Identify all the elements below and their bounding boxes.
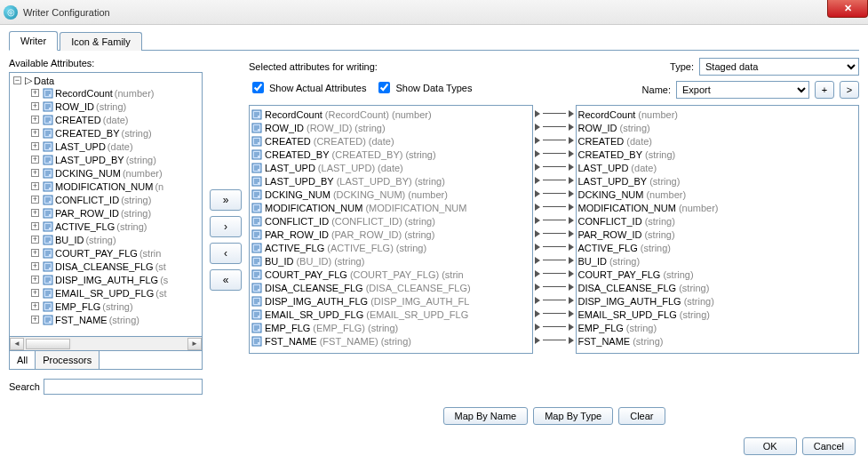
list-item[interactable]: COURT_PAY_FLG (string) bbox=[578, 268, 857, 281]
tree-item[interactable]: +LAST_UPD (date) bbox=[31, 140, 200, 153]
list-item[interactable]: CREATED_BY (CREATED_BY) (string) bbox=[251, 148, 530, 161]
list-item[interactable]: BU_ID (BU_ID) (string) bbox=[251, 254, 530, 268]
search-input[interactable] bbox=[44, 379, 203, 395]
tree-item[interactable]: +CREATED_BY (string) bbox=[31, 126, 200, 140]
list-item[interactable]: MODIFICATION_NUM (MODIFICATION_NUM bbox=[251, 201, 530, 214]
list-item[interactable]: EMP_FLG (EMP_FLG) (string) bbox=[251, 321, 530, 334]
available-tree[interactable]: − ▷ Data +RecordCount (number)+ROW_ID (s… bbox=[9, 72, 203, 337]
list-item[interactable]: CREATED (date) bbox=[578, 134, 857, 148]
list-item[interactable]: LAST_UPD_BY (string) bbox=[578, 174, 857, 188]
tree-item[interactable]: +MODIFICATION_NUM (n bbox=[31, 180, 200, 193]
expand-icon[interactable]: + bbox=[31, 209, 39, 217]
expand-icon[interactable]: + bbox=[31, 89, 39, 97]
tree-root-node[interactable]: − ▷ Data bbox=[13, 75, 200, 86]
list-item[interactable]: PAR_ROW_ID (PAR_ROW_ID) (string) bbox=[251, 228, 530, 241]
show-actual-checkbox[interactable] bbox=[252, 82, 264, 93]
expand-icon[interactable]: + bbox=[31, 142, 39, 150]
tree-item[interactable]: +PAR_ROW_ID (string) bbox=[31, 206, 200, 220]
hscroll-thumb[interactable] bbox=[26, 339, 70, 349]
list-item[interactable]: ROW_ID (ROW_ID) (string) bbox=[251, 121, 530, 134]
cancel-button[interactable]: Cancel bbox=[802, 437, 856, 455]
ok-button[interactable]: OK bbox=[744, 437, 797, 455]
expand-icon[interactable]: + bbox=[31, 222, 39, 230]
list-item[interactable]: PAR_ROW_ID (string) bbox=[578, 228, 857, 241]
list-item[interactable]: CREATED (CREATED) (date) bbox=[251, 134, 530, 148]
tab-icon-family[interactable]: Icon & Family bbox=[60, 32, 142, 51]
tree-item[interactable]: +FST_NAME (string) bbox=[31, 313, 200, 326]
tree-item[interactable]: +DCKING_NUM (number) bbox=[31, 166, 200, 180]
close-button[interactable]: ✕ bbox=[827, 0, 868, 18]
type-select[interactable]: Staged data bbox=[699, 58, 859, 76]
remove-button[interactable]: ‹ bbox=[210, 243, 242, 264]
show-types-check[interactable]: Show Data Types bbox=[375, 79, 472, 96]
tree-item[interactable]: +EMAIL_SR_UPD_FLG (st bbox=[31, 286, 200, 300]
list-item[interactable]: BU_ID (string) bbox=[578, 254, 857, 268]
list-item[interactable]: ACTIVE_FLG (string) bbox=[578, 241, 857, 254]
list-item[interactable]: LAST_UPD (LAST_UPD) (date) bbox=[251, 161, 530, 174]
expand-icon[interactable]: + bbox=[31, 316, 39, 324]
tree-item[interactable]: +DISP_IMG_AUTH_FLG (s bbox=[31, 273, 200, 286]
filter-tab-processors[interactable]: Processors bbox=[36, 351, 100, 369]
expand-icon[interactable]: + bbox=[31, 249, 39, 257]
list-item[interactable]: LAST_UPD (date) bbox=[578, 161, 857, 174]
expand-icon[interactable]: + bbox=[31, 302, 39, 310]
list-item[interactable]: DISP_IMG_AUTH_FLG (DISP_IMG_AUTH_FL bbox=[251, 294, 530, 308]
next-export-button[interactable]: > bbox=[840, 81, 859, 99]
list-item[interactable]: EMAIL_SR_UPD_FLG (string) bbox=[578, 308, 857, 321]
expand-icon[interactable]: + bbox=[31, 262, 39, 270]
tree-item[interactable]: +RecordCount (number) bbox=[31, 86, 200, 100]
list-item[interactable]: DCKING_NUM (DCKING_NUM) (number) bbox=[251, 188, 530, 201]
list-item[interactable]: EMP_FLG (string) bbox=[578, 321, 857, 334]
add-all-button[interactable]: » bbox=[210, 189, 242, 211]
hscroll-track[interactable] bbox=[72, 339, 187, 349]
list-item[interactable]: DISA_CLEANSE_FLG (string) bbox=[578, 281, 857, 294]
list-item[interactable]: RecordCount (RecordCount) (number) bbox=[251, 108, 530, 121]
list-item[interactable]: ROW_ID (string) bbox=[578, 121, 857, 134]
show-types-checkbox[interactable] bbox=[378, 82, 390, 93]
map-by-type-button[interactable]: Map By Type bbox=[533, 407, 613, 425]
list-item[interactable]: CREATED_BY (string) bbox=[578, 148, 857, 161]
add-button[interactable]: › bbox=[210, 216, 242, 237]
list-item[interactable]: FST_NAME (string) bbox=[578, 334, 857, 348]
expand-icon[interactable]: + bbox=[31, 289, 39, 297]
expand-icon[interactable]: + bbox=[31, 169, 39, 177]
expand-icon[interactable]: + bbox=[31, 236, 39, 244]
tree-item[interactable]: +COURT_PAY_FLG (strin bbox=[31, 246, 200, 260]
list-item[interactable]: DCKING_NUM (number) bbox=[578, 188, 857, 201]
map-by-name-button[interactable]: Map By Name bbox=[443, 407, 529, 425]
expand-icon[interactable]: + bbox=[31, 102, 39, 110]
list-item[interactable]: COURT_PAY_FLG (COURT_PAY_FLG) (strin bbox=[251, 268, 530, 281]
list-item[interactable]: LAST_UPD_BY (LAST_UPD_BY) (string) bbox=[251, 174, 530, 188]
expand-icon[interactable]: + bbox=[31, 196, 39, 204]
list-item[interactable]: DISP_IMG_AUTH_FLG (string) bbox=[578, 294, 857, 308]
list-item[interactable]: EMAIL_SR_UPD_FLG (EMAIL_SR_UPD_FLG bbox=[251, 308, 530, 321]
tree-hscroll[interactable]: ◄ ► bbox=[9, 337, 203, 351]
hscroll-left-arrow[interactable]: ◄ bbox=[10, 338, 24, 350]
add-export-button[interactable]: + bbox=[815, 81, 834, 99]
expand-icon[interactable]: + bbox=[31, 156, 39, 164]
list-item[interactable]: ACTIVE_FLG (ACTIVE_FLG) (string) bbox=[251, 241, 530, 254]
expand-icon[interactable]: + bbox=[31, 129, 39, 137]
selected-target-list[interactable]: RecordCount (number)ROW_ID (string)CREAT… bbox=[576, 105, 860, 354]
list-item[interactable]: CONFLICT_ID (string) bbox=[578, 214, 857, 228]
tree-item[interactable]: +LAST_UPD_BY (string) bbox=[31, 153, 200, 166]
hscroll-right-arrow[interactable]: ► bbox=[187, 338, 202, 350]
expand-icon[interactable]: + bbox=[31, 276, 39, 284]
tree-item[interactable]: +BU_ID (string) bbox=[31, 233, 200, 246]
filter-tab-all[interactable]: All bbox=[10, 351, 36, 369]
tree-item[interactable]: +EMP_FLG (string) bbox=[31, 300, 200, 313]
tree-item[interactable]: +ROW_ID (string) bbox=[31, 100, 200, 113]
list-item[interactable]: FST_NAME (FST_NAME) (string) bbox=[251, 334, 530, 348]
expand-icon[interactable]: + bbox=[31, 116, 39, 124]
tree-item[interactable]: +ACTIVE_FLG (string) bbox=[31, 220, 200, 233]
show-actual-check[interactable]: Show Actual Attributes bbox=[249, 79, 366, 96]
tree-item[interactable]: +CONFLICT_ID (string) bbox=[31, 193, 200, 206]
expand-icon[interactable]: + bbox=[31, 182, 39, 190]
remove-all-button[interactable]: « bbox=[210, 269, 242, 291]
list-item[interactable]: CONFLICT_ID (CONFLICT_ID) (string) bbox=[251, 214, 530, 228]
tab-writer[interactable]: Writer bbox=[9, 31, 58, 51]
name-select[interactable]: Export bbox=[676, 81, 809, 99]
list-item[interactable]: DISA_CLEANSE_FLG (DISA_CLEANSE_FLG) bbox=[251, 281, 530, 294]
collapse-icon[interactable]: − bbox=[13, 76, 21, 84]
list-item[interactable]: RecordCount (number) bbox=[578, 108, 857, 121]
